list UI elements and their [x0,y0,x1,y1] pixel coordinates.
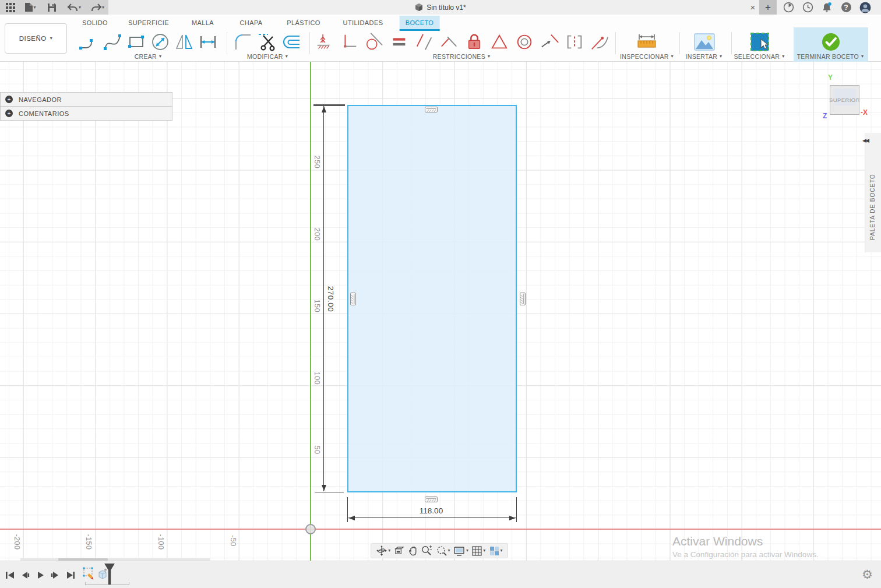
timeline-sketch-feature-icon[interactable] [82,566,96,583]
dim-arrow-left [348,516,355,520]
parallel-constraint-icon[interactable] [411,30,436,54]
modificar-group-label[interactable]: MODIFICAR▾ [247,53,288,60]
dim-line-horizontal[interactable] [348,517,516,518]
collinear-constraint-icon[interactable] [436,30,461,54]
restricciones-icon-group [311,30,612,54]
fix-constraint-icon[interactable] [311,30,336,54]
pan-hand-icon[interactable] [408,545,418,556]
timeline-bar [0,561,881,588]
insert-image-icon[interactable] [692,30,716,54]
inspeccionar-group-label[interactable]: INSPECCIONAR▾ [620,53,674,60]
comentarios-panel-header[interactable]: + COMENTARIOS [0,106,172,121]
seleccionar-group-label[interactable]: SELECCIONAR▾ [734,53,785,60]
viewcube-face-label[interactable]: SUPERIOR [829,97,860,103]
file-menu-icon[interactable]: ▾ [20,0,40,15]
design-caret: ▾ [50,36,53,41]
save-icon[interactable] [43,0,61,15]
expand-plus-icon[interactable]: + [5,96,13,103]
play-icon[interactable] [35,570,45,583]
go-to-end-icon[interactable] [65,570,76,583]
help-icon[interactable]: ? [837,0,855,15]
undo-icon[interactable]: ▾ [64,0,84,15]
fillet-tool-icon[interactable] [231,30,255,54]
user-avatar[interactable] [857,0,874,15]
tangent-constraint-icon[interactable] [361,30,386,54]
tab-solido[interactable]: SOLIDO [76,16,114,30]
go-to-start-icon[interactable] [5,570,15,583]
polygon-constraint-icon[interactable] [487,30,512,54]
concentric-constraint-icon[interactable] [512,30,537,54]
v-ruler-50: 50 [313,446,321,455]
notifications-bell-icon[interactable] [818,0,836,15]
symmetry-constraint-icon[interactable] [537,30,562,54]
redo-icon[interactable]: ▾ [87,0,108,15]
look-at-icon[interactable] [394,546,405,556]
design-workspace-button[interactable]: DISEÑO ▾ [5,23,67,54]
step-back-icon[interactable] [20,570,30,583]
job-status-icon[interactable] [780,0,797,15]
midpoint-constraint-icon[interactable] [562,30,587,54]
viewports-icon[interactable]: ▾ [489,545,503,557]
vertical-constraint-icon[interactable] [348,293,358,305]
windows-activation-subtext: Ve a Configuración para activar Windows. [672,550,819,559]
tab-utilidades[interactable]: UTILIDADES [337,16,389,30]
measure-ruler-icon[interactable] [635,30,658,54]
new-tab-button[interactable]: + [759,0,777,15]
h-ruler-neg200: -200 [13,534,21,550]
crear-group-label[interactable]: CREAR▾ [135,53,162,60]
sketch-profile-rectangle[interactable] [347,105,517,492]
perpendicular-constraint-icon[interactable] [336,30,361,54]
restricciones-group-label[interactable]: RESTRICCIONES▾ [433,53,491,60]
v-ruler-200: 200 [313,228,321,241]
tab-boceto-active[interactable]: BOCETO [400,16,440,31]
rectangle-tool-icon[interactable] [124,30,148,54]
horizontal-scrollbar-track[interactable] [20,558,210,561]
expand-plus-icon[interactable]: + [5,110,13,117]
sketch-palette-tab[interactable]: PALETA DE BOCETO [869,174,876,240]
insertar-group-label[interactable]: INSERTAR▾ [686,53,723,60]
tab-plastico[interactable]: PLÁSTICO [281,16,326,30]
h-ruler-neg50: -50 [229,535,237,547]
dim-line-vertical[interactable] [323,106,324,491]
orbit-icon[interactable]: ▾ [376,545,390,557]
offset-tool-icon[interactable] [280,30,304,54]
display-settings-icon[interactable]: ▾ [453,545,468,557]
zoom-window-icon[interactable]: ▾ [436,545,450,557]
close-document-button[interactable]: × [746,0,759,15]
vertical-constraint-icon[interactable] [517,293,528,305]
tab-superficie[interactable]: SUPERFICIE [122,16,175,30]
viewcube[interactable]: SUPERIOR [830,85,859,115]
curvature-constraint-icon[interactable] [587,30,612,54]
dimension-width-value[interactable]: 118.00 [420,506,443,515]
history-clock-icon[interactable] [799,0,816,15]
select-tool-icon[interactable] [748,30,771,54]
app-grid-menu-icon[interactable] [3,0,18,15]
finish-sketch-check-icon[interactable] [819,30,843,54]
spline-tool-icon[interactable] [100,30,124,54]
v-ruler-250: 250 [313,156,321,168]
mirror-tool-icon[interactable] [172,30,196,54]
lock-constraint-icon[interactable] [461,30,487,54]
timeline-settings-gear-icon[interactable]: ⚙ [862,568,873,582]
origin-point[interactable] [305,524,316,534]
collapse-panel-arrows[interactable]: ◀◀ [862,138,868,143]
separator [309,32,310,54]
zoom-icon[interactable] [421,545,432,557]
navegador-panel-header[interactable]: + NAVEGADOR [0,92,172,107]
horizontal-constraint-icon[interactable] [425,104,438,115]
dimension-height-value[interactable]: 270.00 [326,286,335,312]
step-forward-icon[interactable] [50,570,61,583]
equal-constraint-icon[interactable] [386,30,411,54]
sketch-dimension-icon[interactable] [196,30,220,54]
terminar-boceto-label[interactable]: TERMINAR BOCETO▾ [797,53,864,60]
horizontal-constraint-icon[interactable] [425,494,438,505]
tab-chapa[interactable]: CHAPA [234,16,268,30]
line-tool-icon[interactable] [76,30,100,54]
x-axis-line [0,529,881,530]
tab-malla[interactable]: MALLA [186,16,220,30]
modificar-icon-group [231,30,304,54]
grid-settings-icon[interactable]: ▾ [471,545,485,557]
circle-tool-icon[interactable] [148,30,172,54]
horizontal-scrollbar-thumb[interactable] [58,558,108,561]
trim-scissors-icon[interactable] [255,30,280,54]
